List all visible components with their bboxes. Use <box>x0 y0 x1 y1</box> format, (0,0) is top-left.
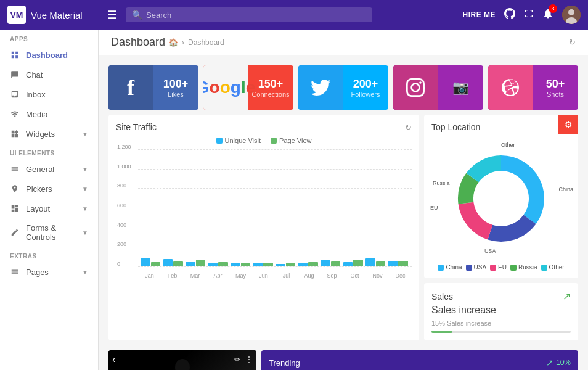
avatar[interactable] <box>562 6 581 24</box>
svg-rect-5 <box>12 56 14 58</box>
pickers-label: Pickers <box>26 184 52 194</box>
general-chevron: ▼ <box>82 166 88 173</box>
sidebar-item-pages[interactable]: Pages ▼ <box>0 262 98 282</box>
google-card[interactable]: Google 150+ Connections <box>203 65 293 110</box>
svg-point-1 <box>568 9 574 15</box>
label-other: Other <box>501 142 515 148</box>
sidebar-item-inbox[interactable]: Inbox <box>0 84 98 104</box>
trending-arrow: ↗ <box>546 358 553 368</box>
dashboard-icon <box>10 50 20 60</box>
legend-unique: Unique Visit <box>216 137 261 144</box>
topnav: VM Vue Material ☰ 🔍 HIRE ME 3 <box>0 0 588 30</box>
sidebar-item-dashboard[interactable]: Dashboard <box>0 45 98 65</box>
sidebar-section-extras: Extras <box>0 247 98 262</box>
donut-legend: China USA EU Russia <box>431 264 571 271</box>
svg-rect-3 <box>12 52 14 54</box>
breadcrumb-current: Dashboard <box>188 38 224 47</box>
sidebar-section-ui: UI Elements <box>0 144 98 159</box>
twitter-count: 200+ <box>353 78 378 91</box>
sales-increase-text: Sales increase <box>431 305 571 316</box>
site-traffic-refresh[interactable]: ↻ <box>405 123 412 132</box>
sidebar-item-chat[interactable]: Chat <box>0 65 98 84</box>
facebook-count: 100+ <box>163 78 189 91</box>
main-content: Dashboard 🏠 › Dashboard ↻ f 100+ Likes <box>99 30 588 370</box>
chat-icon <box>10 70 20 80</box>
sidebar-section-apps: Apps <box>0 30 98 45</box>
twitter-label: Followers <box>351 91 380 98</box>
facebook-card[interactable]: f 100+ Likes <box>108 65 198 110</box>
dribbble-count: 50+ <box>546 78 565 91</box>
sales-progress-fill <box>431 331 452 333</box>
media-more-button[interactable]: ⋮ <box>245 355 253 364</box>
svg-rect-4 <box>15 52 18 54</box>
search-box[interactable]: 🔍 <box>126 7 372 22</box>
sales-title: Sales <box>431 292 453 302</box>
chart-legend: Unique Visit Page View <box>116 137 412 144</box>
notification-badge: 3 <box>549 4 557 13</box>
sidebar-item-pickers[interactable]: Pickers ▼ <box>0 179 98 199</box>
twitter-icon <box>298 65 343 110</box>
layout-chevron: ▼ <box>82 205 88 212</box>
sidebar-item-forms[interactable]: Forms & Controls ▼ <box>0 218 98 247</box>
top-location-title: Top Location <box>431 122 571 132</box>
google-count: 150+ <box>258 78 284 91</box>
media-icon <box>10 109 20 119</box>
notifications-icon[interactable]: 3 <box>542 8 553 22</box>
forms-icon <box>10 228 20 237</box>
media-controls: ‹ ✏ ⋮ <box>112 354 253 365</box>
widgets-icon <box>10 129 20 139</box>
sidebar-item-layout[interactable]: Layout ▼ <box>0 199 98 218</box>
trending-label: Trending <box>269 358 300 368</box>
google-label: Connections <box>251 91 289 98</box>
content-header: Dashboard 🏠 › Dashboard ↻ <box>99 30 588 56</box>
inbox-icon <box>10 89 20 99</box>
chat-label: Chat <box>26 70 43 80</box>
pages-label: Pages <box>26 268 49 277</box>
media-card[interactable]: ‹ ✏ ⋮ <box>108 350 256 370</box>
sidebar-item-general[interactable]: General ▼ <box>0 159 98 179</box>
facebook-label: Likes <box>168 91 184 98</box>
bar-chart: 1,2001,0008006004002000 JanFebMarAprMayJ… <box>116 149 412 279</box>
forms-chevron: ▼ <box>82 229 88 236</box>
search-input[interactable] <box>146 10 366 20</box>
sidebar-item-media[interactable]: Media <box>0 104 98 124</box>
settings-fab[interactable]: ⚙ <box>558 115 578 134</box>
legend-pageview-dot <box>271 138 277 144</box>
dashboard-label: Dashboard <box>26 51 68 60</box>
pages-chevron: ▼ <box>82 269 88 276</box>
dribbble-icon <box>488 65 533 110</box>
trending-card: Trending ↗ 10% <box>261 350 578 370</box>
widgets-chevron: ▼ <box>82 131 88 138</box>
label-usa: USA <box>484 248 496 254</box>
legend-eu: EU <box>490 264 507 271</box>
fullscreen-icon[interactable] <box>524 9 534 21</box>
app-name: Vue Material <box>31 10 83 20</box>
inbox-label: Inbox <box>26 90 46 99</box>
pages-icon <box>10 267 20 277</box>
page-title: Dashboard <box>111 36 165 49</box>
media-prev-button[interactable]: ‹ <box>112 354 115 365</box>
media-edit-button[interactable]: ✏ <box>234 355 240 364</box>
general-icon <box>10 164 20 174</box>
sales-card: Sales ↗ Sales increase 15% Sales increas… <box>424 283 578 340</box>
sidebar-item-widgets[interactable]: Widgets ▼ <box>0 124 98 144</box>
legend-china: China <box>438 264 462 271</box>
media-label: Media <box>26 110 47 119</box>
logo-icon: VM <box>7 6 26 24</box>
label-russia: Russia <box>433 180 450 186</box>
sidebar: Apps Dashboard Chat Inbox Media <box>0 30 99 370</box>
dribbble-card[interactable]: 50+ Shots <box>488 65 578 110</box>
label-eu: EU <box>430 205 438 211</box>
breadcrumb: Dashboard 🏠 › Dashboard <box>111 36 224 49</box>
trending-percent: 10% <box>556 358 571 367</box>
donut-labels: Other Russia EU USA China <box>431 137 571 260</box>
legend-usa: USA <box>466 264 487 271</box>
twitter-card[interactable]: 200+ Followers <box>298 65 388 110</box>
hamburger-icon[interactable]: ☰ <box>105 6 120 24</box>
github-icon[interactable] <box>504 8 515 22</box>
site-traffic-title: Site Traffic <box>116 122 157 132</box>
instagram-card[interactable]: 📷 <box>393 65 483 110</box>
hire-me-button[interactable]: HIRE ME <box>462 10 496 19</box>
svg-rect-6 <box>15 56 18 58</box>
refresh-icon[interactable]: ↻ <box>569 38 576 47</box>
